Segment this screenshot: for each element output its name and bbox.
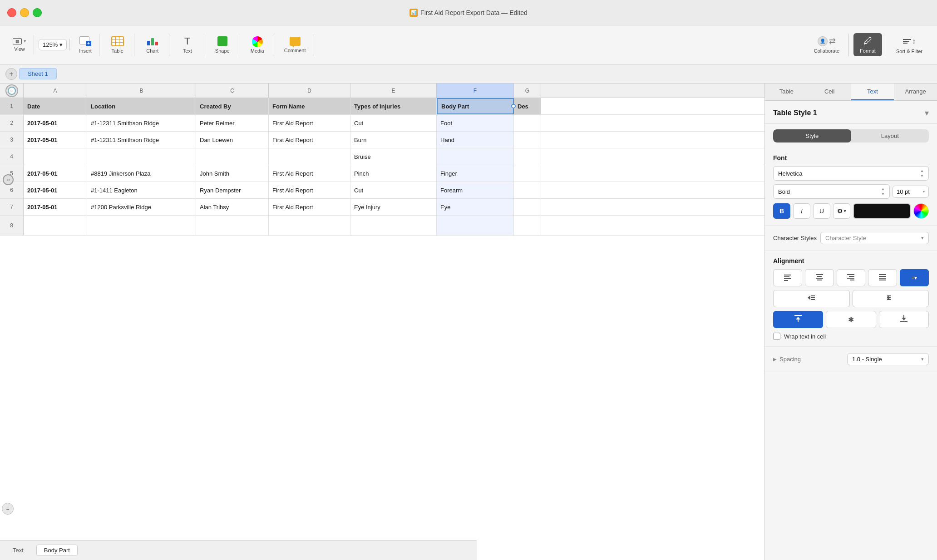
cell-7-body-part[interactable]: Eye (437, 199, 514, 215)
layout-toggle-button[interactable]: Layout (851, 129, 929, 142)
cell-7-form-name[interactable]: First Aid Report (269, 199, 350, 215)
font-size-select[interactable]: 10 pt ▾ (893, 186, 929, 198)
cell-2-created-by[interactable]: Peter Reimer (196, 115, 269, 131)
cell-6-date[interactable]: 2017-05-01 (24, 182, 87, 198)
group-rows-icon[interactable]: = (2, 503, 14, 515)
minimize-button[interactable] (20, 8, 29, 17)
text-color-swatch[interactable] (853, 203, 911, 219)
underline-button[interactable]: U (813, 203, 830, 219)
cell-2-location[interactable]: #1-12311 Smithson Ridge (87, 115, 196, 131)
collaborate-button[interactable]: 👤 ⇄ Collaborate (808, 34, 846, 56)
tab-text[interactable]: Text (851, 84, 894, 100)
col-header-d[interactable]: D (269, 84, 350, 98)
col-header-e[interactable]: E (350, 84, 437, 98)
col-header-f[interactable]: F (437, 84, 514, 98)
cell-7-injuries[interactable]: Eye Injury (350, 199, 437, 215)
cell-8-location[interactable] (87, 216, 196, 235)
spacing-select[interactable]: 1.0 - Single ▾ (847, 353, 929, 365)
bottom-tab-text[interactable]: Text (5, 545, 31, 555)
header-cell-des[interactable]: Des (514, 98, 541, 114)
cell-8-date[interactable] (24, 216, 87, 235)
col-header-b[interactable]: B (87, 84, 196, 98)
col-header-a[interactable]: A (24, 84, 87, 98)
sheet1-tab[interactable]: Sheet 1 (19, 68, 57, 79)
tab-cell[interactable]: Cell (808, 84, 851, 100)
cell-3-form-name[interactable]: First Aid Report (269, 132, 350, 148)
cell-6-des[interactable] (514, 182, 541, 198)
shape-button[interactable]: Shape (209, 34, 236, 56)
view-button[interactable]: ▦ ▾ View (8, 35, 31, 54)
align-justify-button[interactable] (868, 269, 897, 286)
cell-6-body-part[interactable]: Forearm (437, 182, 514, 198)
zoom-button[interactable]: 125% ▾ (39, 39, 67, 50)
cell-4-created-by[interactable] (196, 148, 269, 165)
cell-2-date[interactable]: 2017-05-01 (24, 115, 87, 131)
indent-decrease-button[interactable] (773, 290, 850, 307)
text-toolbar-button[interactable]: T Text (174, 34, 201, 56)
cell-3-des[interactable] (514, 132, 541, 148)
cell-3-body-part[interactable]: Hand (437, 132, 514, 148)
cell-5-form-name[interactable]: First Aid Report (269, 165, 350, 182)
cell-3-date[interactable]: 2017-05-01 (24, 132, 87, 148)
align-right-button[interactable] (837, 269, 866, 286)
tab-table[interactable]: Table (765, 84, 808, 100)
cell-5-injuries[interactable]: Pinch (350, 165, 437, 182)
media-button[interactable]: Media (244, 34, 271, 56)
format-button[interactable]: 🖊 Format (853, 33, 882, 56)
header-cell-created-by[interactable]: Created By (196, 98, 269, 114)
cell-8-des[interactable] (514, 216, 541, 235)
cell-6-location[interactable]: #1-1411 Eagleton (87, 182, 196, 198)
cell-2-des[interactable] (514, 115, 541, 131)
font-style-select[interactable]: Bold ▲ ▼ (773, 184, 890, 199)
cell-5-date[interactable]: 2017-05-01 (24, 165, 87, 182)
cell-5-created-by[interactable]: John Smith (196, 165, 269, 182)
cell-3-created-by[interactable]: Dan Loewen (196, 132, 269, 148)
cell-6-injuries[interactable]: Cut (350, 182, 437, 198)
cell-2-body-part[interactable]: Foot (437, 115, 514, 131)
cell-4-location[interactable] (87, 148, 196, 165)
cell-2-injuries[interactable]: Cut (350, 115, 437, 131)
cell-7-created-by[interactable]: Alan Tribsy (196, 199, 269, 215)
header-cell-date[interactable]: Date (24, 98, 87, 114)
cell-4-body-part[interactable] (437, 148, 514, 165)
align-center-button[interactable] (805, 269, 834, 286)
cell-4-injuries[interactable]: Bruise (350, 148, 437, 165)
table-button[interactable]: Table (104, 34, 131, 56)
header-cell-body-part[interactable]: Body Part (437, 98, 514, 114)
cell-5-des[interactable] (514, 165, 541, 182)
table-style-chevron-icon[interactable]: ▾ (925, 108, 929, 118)
fullscreen-button[interactable] (33, 8, 42, 17)
cell-4-form-name[interactable] (269, 148, 350, 165)
cell-8-body-part[interactable] (437, 216, 514, 235)
wrap-text-checkbox[interactable] (773, 333, 780, 340)
insert-button[interactable]: + Insert (74, 34, 96, 56)
header-cell-location[interactable]: Location (87, 98, 196, 114)
freeze-rows-icon[interactable]: ○ (3, 174, 14, 185)
spacing-label[interactable]: ▶ Spacing (773, 356, 801, 363)
cell-4-date[interactable] (24, 148, 87, 165)
italic-button[interactable]: I (793, 203, 810, 219)
cell-5-location[interactable]: #8819 Jinkerson Plaza (87, 165, 196, 182)
comment-button[interactable]: Comment (279, 34, 311, 56)
cell-4-des[interactable] (514, 148, 541, 165)
cell-3-injuries[interactable]: Burn (350, 132, 437, 148)
cell-7-location[interactable]: #1200 Parksville Ridge (87, 199, 196, 215)
cell-6-created-by[interactable]: Ryan Dempster (196, 182, 269, 198)
style-toggle-button[interactable]: Style (773, 129, 851, 142)
cell-8-form-name[interactable] (269, 216, 350, 235)
header-cell-injuries[interactable]: Types of Injuries (350, 98, 437, 114)
valign-middle-button[interactable]: ✱ (826, 311, 876, 328)
text-options-button[interactable]: ⚙ ▾ (833, 203, 850, 219)
bottom-tab-body-part[interactable]: Body Part (36, 545, 78, 556)
close-button[interactable] (7, 8, 16, 17)
cell-7-des[interactable] (514, 199, 541, 215)
cell-2-form-name[interactable]: First Aid Report (269, 115, 350, 131)
sort-filter-button[interactable]: ↕ Sort & Filter (890, 33, 929, 57)
align-left-button[interactable] (773, 269, 802, 286)
valign-bottom-button[interactable] (879, 311, 929, 328)
align-toc-button[interactable]: ≡▾ (900, 269, 929, 286)
chart-button[interactable]: Chart (139, 34, 166, 56)
cell-7-date[interactable]: 2017-05-01 (24, 199, 87, 215)
cell-6-form-name[interactable]: First Aid Report (269, 182, 350, 198)
bold-button[interactable]: B (773, 203, 790, 219)
